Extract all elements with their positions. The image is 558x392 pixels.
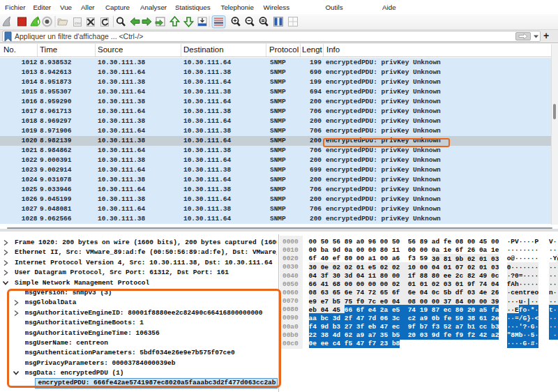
svg-text:csv: csv xyxy=(75,21,81,25)
